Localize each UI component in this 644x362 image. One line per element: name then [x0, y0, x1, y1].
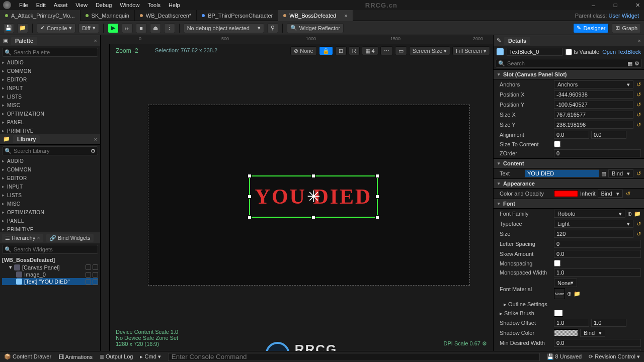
- hierarchy-tab[interactable]: ☰ Hierarchy ×: [2, 234, 43, 242]
- browse-button[interactable]: 📁: [17, 23, 28, 33]
- layout-none[interactable]: ⊘ None: [290, 46, 316, 55]
- monospaced-width-field[interactable]: [554, 268, 641, 277]
- palette-categories[interactable]: AUDIO COMMON EDITOR INPUT LISTS MISC OPT…: [0, 58, 100, 134]
- gear-icon[interactable]: ⚙: [482, 340, 487, 346]
- menu-tools[interactable]: Tools: [147, 2, 160, 8]
- snap-icon[interactable]: ⋯: [380, 46, 393, 55]
- graph-mode-button[interactable]: ⊞Graph: [612, 23, 641, 33]
- section-font[interactable]: Font: [494, 199, 644, 209]
- tree-root[interactable]: [WB_BossDefeated]: [2, 256, 98, 263]
- minimize-icon[interactable]: –: [590, 2, 597, 8]
- font-size-field[interactable]: [554, 230, 633, 238]
- monospacing-checkbox[interactable]: [554, 260, 560, 266]
- size-x-field[interactable]: [554, 111, 633, 119]
- text-value-field[interactable]: [525, 169, 599, 177]
- hierarchy-search-input[interactable]: [14, 246, 96, 252]
- tab-thirdperson[interactable]: BP_ThirdPersonCharacter: [197, 10, 278, 21]
- bind-widgets-tab[interactable]: 🔗 Bind Widgets: [46, 234, 94, 242]
- reset-icon[interactable]: ↺: [636, 122, 641, 128]
- debug-object-combo[interactable]: No debug object selected▾: [184, 23, 264, 33]
- reset-icon[interactable]: ↺: [636, 231, 641, 237]
- screen-size-combo[interactable]: Screen Size ▾: [409, 46, 450, 55]
- localize-icon[interactable]: ▤: [601, 170, 606, 177]
- console-input[interactable]: [168, 353, 540, 361]
- grid-toggle[interactable]: ▦ 4: [362, 46, 378, 55]
- grid-icon[interactable]: ▦: [627, 60, 632, 67]
- play-button[interactable]: ▶: [108, 23, 119, 33]
- designer-mode-button[interactable]: ✎Designer: [573, 23, 609, 33]
- tab-attack[interactable]: A_Attack_PrimaryC_Mo...: [0, 10, 80, 21]
- browse-icon[interactable]: ⊕: [627, 211, 632, 217]
- palette-search[interactable]: 🔍: [2, 48, 98, 57]
- menu-debug[interactable]: Debug: [96, 2, 112, 8]
- animations-button[interactable]: 🎞 Animations: [58, 354, 93, 360]
- alignment-y-field[interactable]: [591, 131, 626, 139]
- menu-help[interactable]: Help: [169, 2, 180, 8]
- details-close-icon[interactable]: ×: [638, 38, 641, 44]
- tab-deathscreen[interactable]: WB_Deathscreen*: [135, 10, 197, 21]
- eject-button[interactable]: ⏏: [150, 23, 161, 33]
- text-bind-combo[interactable]: Bind▾: [608, 169, 633, 177]
- save-button[interactable]: 💾: [3, 23, 14, 33]
- widget-reflector-button[interactable]: 🔍Widget Reflector: [287, 23, 344, 33]
- section-content[interactable]: Content: [494, 158, 644, 168]
- browse-icon[interactable]: ⊕: [567, 291, 572, 297]
- use-icon[interactable]: 📁: [574, 291, 581, 297]
- diff-button[interactable]: Diff▾: [78, 23, 99, 33]
- color-swatch[interactable]: [554, 190, 578, 197]
- reset-icon[interactable]: ↺: [636, 112, 641, 118]
- position-y-field[interactable]: [554, 101, 633, 109]
- zorder-field[interactable]: [554, 149, 641, 157]
- skew-field[interactable]: [554, 250, 641, 258]
- details-search[interactable]: 🔍 ▦ ⚙: [496, 59, 642, 68]
- is-variable-toggle[interactable]: Is Variable: [566, 49, 599, 55]
- reset-icon[interactable]: ↺: [636, 221, 641, 227]
- menu-asset[interactable]: Asset: [54, 2, 68, 8]
- viewport[interactable]: 0 500 1000 1500 2000 Zoom -2 Selection: …: [101, 35, 493, 351]
- canvas-panel-frame[interactable]: YOU DIED ✳: [148, 105, 470, 286]
- maximize-icon[interactable]: □: [612, 2, 619, 8]
- alignment-x-field[interactable]: [554, 131, 589, 139]
- palette-close-icon[interactable]: ×: [94, 38, 97, 44]
- font-material-combo[interactable]: None▾: [554, 279, 577, 287]
- position-x-field[interactable]: [554, 90, 633, 99]
- hierarchy-tree[interactable]: [WB_BossDefeated] ▾[Canvas Panel] Image_…: [0, 255, 100, 286]
- shadow-offset-y[interactable]: [591, 319, 626, 327]
- revision-control-button[interactable]: ⟳ Revision Control ▾: [589, 353, 640, 360]
- loc-icon[interactable]: ⊞: [335, 46, 347, 55]
- shadow-bind-combo[interactable]: Bind▾: [580, 329, 605, 337]
- content-drawer-button[interactable]: 📦 Content Drawer: [4, 353, 51, 360]
- palette-search-input[interactable]: [14, 49, 96, 55]
- output-log-button[interactable]: ≣ Output Log: [100, 353, 133, 360]
- play-options-button[interactable]: ⋮: [164, 23, 175, 33]
- menu-window[interactable]: Window: [120, 2, 139, 8]
- settings-icon[interactable]: ⚙: [91, 148, 96, 154]
- resp-icon[interactable]: R: [349, 46, 360, 55]
- lock-icon[interactable]: 🔒: [319, 46, 333, 55]
- library-search-input[interactable]: [14, 148, 89, 154]
- letter-spacing-field[interactable]: [554, 240, 641, 248]
- color-bind-combo[interactable]: Bind▾: [598, 190, 623, 198]
- details-search-input[interactable]: [507, 60, 625, 66]
- typeface-combo[interactable]: Light▾: [554, 220, 633, 228]
- parent-class-link[interactable]: User Widget: [608, 13, 639, 19]
- tab-close-icon[interactable]: ×: [344, 13, 347, 19]
- cmd-label[interactable]: ▸ Cmd ▾: [140, 353, 160, 360]
- font-material-thumb[interactable]: None: [554, 288, 565, 299]
- open-textblock-link[interactable]: Open TextBlock: [602, 49, 641, 55]
- menu-view[interactable]: View: [75, 2, 88, 8]
- tab-mannequin[interactable]: SK_Mannequin: [80, 10, 135, 21]
- gear-icon[interactable]: ⚙: [634, 60, 639, 67]
- reset-icon[interactable]: ↺: [636, 81, 641, 88]
- reset-icon[interactable]: ↺: [636, 170, 641, 177]
- menu-edit[interactable]: Edit: [36, 2, 46, 8]
- font-family-combo[interactable]: Roboto▾: [554, 210, 625, 218]
- min-desired-width-field[interactable]: [554, 339, 641, 347]
- find-button[interactable]: ⚲: [267, 23, 278, 33]
- tree-canvas-panel[interactable]: ▾[Canvas Panel]: [2, 263, 98, 271]
- text-widget-selection[interactable]: YOU DIED ✳: [249, 175, 378, 218]
- stop-button[interactable]: ■: [136, 23, 147, 33]
- reset-icon[interactable]: ↺: [636, 102, 641, 108]
- shadow-color-swatch[interactable]: [554, 329, 578, 336]
- fill-screen-combo[interactable]: Fill Screen ▾: [452, 46, 490, 55]
